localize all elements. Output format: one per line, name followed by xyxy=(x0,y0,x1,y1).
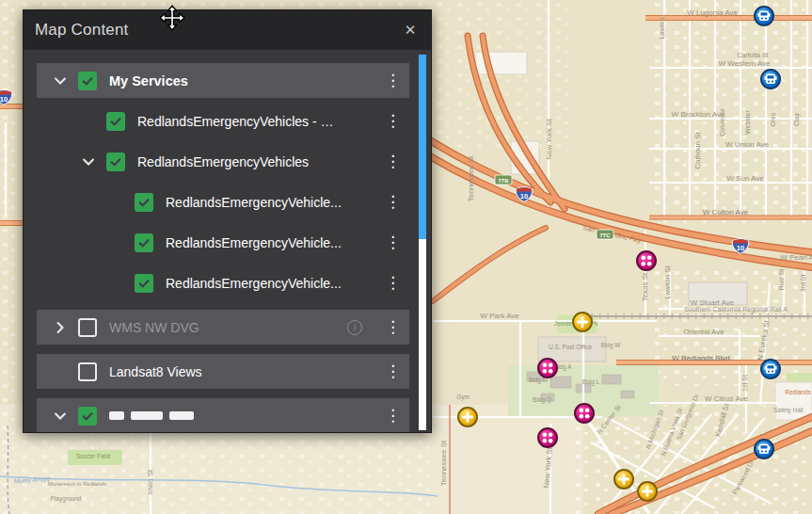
street-label: Lawton xyxy=(659,18,665,40)
layer-label: RedlandsEmergencyVehicle... xyxy=(166,276,342,291)
chevron-down-icon[interactable] xyxy=(50,71,71,91)
layer-label: WMS NW DVG xyxy=(109,320,199,335)
kebab-menu-icon[interactable]: ⋮ xyxy=(385,153,396,169)
layer-row[interactable]: RedlandsEmergencyVehicles⋮ xyxy=(65,144,409,179)
street-label: Bldg Q xyxy=(533,396,551,404)
kebab-menu-icon[interactable]: ⋮ xyxy=(385,194,396,210)
street-label: 3rd St xyxy=(800,275,806,293)
map-marker-yellow-plus[interactable] xyxy=(613,469,634,490)
layer-checkbox[interactable] xyxy=(78,407,97,426)
street-label: Montessori in Redlands xyxy=(48,481,107,487)
svg-text:10: 10 xyxy=(520,192,528,201)
kebab-menu-icon[interactable]: ⋮ xyxy=(385,319,396,335)
kebab-menu-icon[interactable]: ⋮ xyxy=(385,275,396,291)
street-label: W Western Ave xyxy=(719,59,771,68)
map-marker-magenta-x[interactable] xyxy=(574,403,595,424)
svg-text:10: 10 xyxy=(737,244,744,252)
layer-checkbox[interactable] xyxy=(78,318,97,337)
street-label: Ruiz St xyxy=(778,269,785,291)
layer-row[interactable]: RedlandsEmergencyVehicle...⋮ xyxy=(93,225,409,260)
layer-checkbox[interactable] xyxy=(135,233,153,252)
map-marker-blue-truck[interactable] xyxy=(760,69,781,89)
street-label: New York St xyxy=(545,118,553,159)
map-marker-magenta-x[interactable] xyxy=(537,358,558,378)
layer-row[interactable]: RedlandsEmergencyVehicle...⋮ xyxy=(93,265,409,300)
map-stage[interactable]: W Lugonia AveCarlotta StW Western AveW B… xyxy=(0,0,812,514)
street-label: Iowa St xyxy=(146,469,154,494)
layer-row[interactable]: My Services⋮ xyxy=(37,63,409,98)
kebab-menu-icon[interactable]: ⋮ xyxy=(385,113,396,129)
svg-text:77C: 77C xyxy=(599,233,611,238)
exit-badge: 77B xyxy=(495,175,512,185)
layer-label: Landsat8 Views xyxy=(109,364,202,379)
kebab-menu-icon[interactable]: ⋮ xyxy=(385,72,396,88)
layer-checkbox[interactable] xyxy=(135,274,153,293)
svg-text:10: 10 xyxy=(0,95,8,104)
layer-row[interactable]: RedlandsEmergencyVehicle...⋮ xyxy=(93,185,409,219)
map-content-panel[interactable]: Map Content ✕ My Services⋮RedlandsEmerge… xyxy=(23,9,432,433)
layer-label: My Services xyxy=(109,73,188,88)
street-label: W Sun Ave xyxy=(726,174,764,183)
street-label: Carlotta St xyxy=(737,52,768,58)
street-label: W Lugonia Ave xyxy=(687,8,738,17)
street-label: Playground xyxy=(51,495,82,503)
chevron-placeholder xyxy=(106,192,127,213)
street-label: W Redlands Blvd xyxy=(672,354,729,362)
street-label: Redlands xyxy=(785,389,811,395)
map-marker-blue-truck[interactable] xyxy=(754,6,774,26)
street-label: Ohio xyxy=(770,113,776,127)
panel-header[interactable]: Map Content ✕ xyxy=(24,10,431,50)
kebab-menu-icon[interactable]: ⋮ xyxy=(385,408,396,424)
layer-checkbox[interactable] xyxy=(78,362,97,381)
panel-scrollbar-track[interactable] xyxy=(419,55,426,430)
layer-checkbox[interactable] xyxy=(78,72,97,90)
close-icon[interactable]: ✕ xyxy=(400,20,421,40)
street-label: U.S. Post Office xyxy=(549,344,593,350)
layer-label: RedlandsEmergencyVehicles - Fi... xyxy=(137,114,340,129)
map-marker-yellow-plus[interactable] xyxy=(637,481,658,502)
street-label: Gym xyxy=(456,394,470,401)
street-label: Columbia xyxy=(719,108,725,137)
info-icon[interactable]: i xyxy=(347,320,362,335)
layer-checkbox[interactable] xyxy=(106,153,125,171)
street-label: W Brockton Ave xyxy=(672,110,725,119)
street-label: W Colton Ave xyxy=(703,208,749,217)
street-label: Southern California Regional Rail A xyxy=(684,306,788,313)
layer-label: RedlandsEmergencyVehicles xyxy=(137,154,309,169)
kebab-menu-icon[interactable]: ⋮ xyxy=(385,234,396,250)
map-marker-blue-truck[interactable] xyxy=(754,439,774,459)
chevron-right-icon[interactable] xyxy=(50,317,71,338)
street-label: W Citrus Ave xyxy=(705,394,749,403)
layer-row[interactable]: WMS NW DVGi⋮ xyxy=(37,310,409,345)
street-label: W Park Ave xyxy=(480,312,519,320)
street-label: Safety Hall xyxy=(773,407,804,414)
street-label: Bldg L xyxy=(582,378,600,386)
map-marker-magenta-x[interactable] xyxy=(636,250,657,271)
map-marker-yellow-plus[interactable] xyxy=(572,312,593,332)
layer-label: RedlandsEmergencyVehicle... xyxy=(166,235,342,250)
chevron-down-icon[interactable] xyxy=(50,406,71,426)
chevron-placeholder xyxy=(106,233,127,253)
street-label: 1st St xyxy=(741,375,748,392)
street-label: Webster xyxy=(744,109,751,135)
chevron-down-icon[interactable] xyxy=(78,152,99,172)
street-label: Soccer Field xyxy=(76,453,111,459)
chevron-placeholder xyxy=(78,111,99,132)
street-label: Tennessee St xyxy=(467,155,475,201)
street-label: Tennessee St xyxy=(439,440,448,486)
map-marker-yellow-plus[interactable] xyxy=(457,407,478,427)
layer-label: RedlandsEmergencyVehicle... xyxy=(166,195,342,210)
layer-row[interactable]: Landsat8 Views⋮ xyxy=(37,354,409,389)
street-label: Oriental Ave xyxy=(683,328,724,336)
street-label: Lawton St xyxy=(663,265,672,298)
panel-scrollbar-thumb[interactable] xyxy=(419,55,426,239)
panel-title: Map Content xyxy=(24,21,129,40)
layer-list: My Services⋮RedlandsEmergencyVehicles - … xyxy=(24,50,431,433)
map-marker-blue-truck[interactable] xyxy=(760,359,781,379)
layer-checkbox[interactable] xyxy=(106,112,125,131)
layer-row[interactable]: RedlandsEmergencyVehicles - Fi...⋮ xyxy=(65,104,409,138)
kebab-menu-icon[interactable]: ⋮ xyxy=(385,363,396,379)
layer-row[interactable]: ⋮ xyxy=(37,398,409,433)
map-marker-magenta-x[interactable] xyxy=(537,427,558,448)
layer-checkbox[interactable] xyxy=(135,193,153,212)
